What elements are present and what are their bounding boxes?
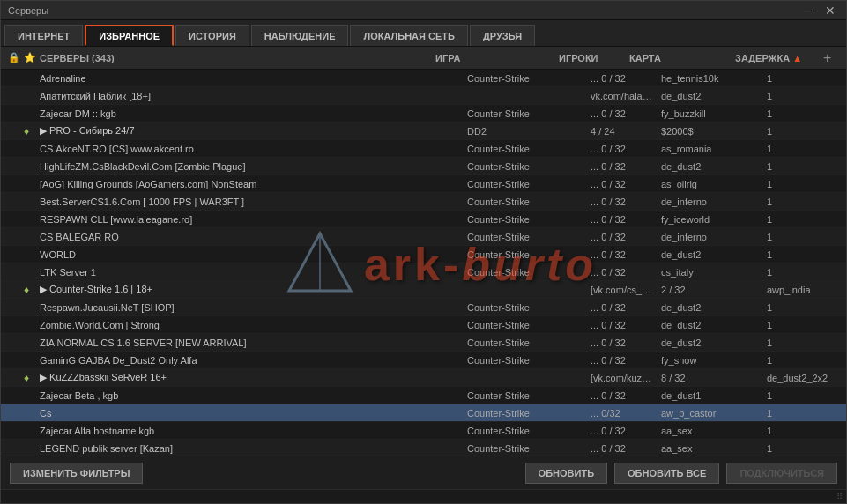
tab-локальная сеть[interactable]: ЛОКАЛЬНАЯ СЕТЬ — [350, 25, 467, 46]
server-name: LEGEND publik server [Kazan] — [36, 443, 464, 454]
table-row[interactable]: GaminG GAJBA De_Dust2 Only AlfaCounter-S… — [1, 352, 846, 369]
server-name: [AoG] Killing Grounds [AoGamers.com] Non… — [36, 179, 464, 189]
ping-cell: 1 — [763, 214, 843, 225]
table-row[interactable]: [AoG] Killing Grounds [AoGamers.com] Non… — [1, 175, 846, 193]
ping-cell: 1 — [763, 161, 843, 172]
game-cell: Counter-Strike — [464, 426, 587, 436]
map-cell: $2000$ — [658, 126, 763, 137]
table-row[interactable]: AdrenalineCounter-Strike... 0 / 32he_ten… — [1, 70, 846, 87]
players-cell: ... 0 / 32 — [587, 426, 658, 436]
add-server-button[interactable]: + — [823, 50, 843, 66]
table-row[interactable]: Zajecar Beta , kgbCounter-Strike... 0 / … — [1, 387, 846, 404]
game-cell: Counter-Strike — [464, 214, 587, 225]
players-cell: ... 0 / 32 — [587, 443, 658, 454]
main-window: Серверы ─ ✕ ИНТЕРНЕТИЗБРАННОЕИСТОРИЯНАБЛ… — [0, 0, 847, 504]
bottom-right-buttons: ОБНОВИТЬ ОБНОВИТЬ ВСЕ ПОДКЛЮЧИТЬСЯ — [525, 463, 837, 484]
game-cell: Counter-Strike — [464, 408, 587, 419]
game-cell: Counter-Strike — [464, 355, 587, 366]
server-name: Zajecar Beta , kgb — [36, 390, 464, 401]
minimize-button[interactable]: ─ — [800, 4, 816, 17]
game-cell: Counter-Strike — [464, 73, 587, 84]
server-name: ▶ Counter-Strike 1.6 | 18+ — [36, 284, 464, 295]
table-row[interactable]: ♦▶ Counter-Strike 1.6 | 18+[vk.com/cs_18… — [1, 281, 846, 299]
th-map: КАРТА — [626, 53, 732, 63]
map-cell: cs_italy — [658, 267, 763, 278]
table-row[interactable]: CS BALEGAR ROCounter-Strike... 0 / 32de_… — [1, 228, 846, 246]
server-name: ▶ PRO - Сибирь 24/7 — [36, 125, 464, 137]
server-name: ZIA NORMAL CS 1.6 SERVER [NEW ARRIVAL] — [36, 337, 464, 348]
map-cell: de_dust2 — [658, 249, 763, 260]
map-cell: de_dust1 — [658, 390, 763, 401]
table-row[interactable]: ♦▶ PRO - Сибирь 24/7DD24 / 24$2000$1 — [1, 122, 846, 140]
players-cell: [vk.com/kuzbas] — [587, 373, 658, 383]
server-name: Zajecar Alfa hostname kgb — [36, 426, 464, 436]
map-cell: as_oilrig — [658, 179, 763, 189]
tab-избранное[interactable]: ИЗБРАННОЕ — [85, 25, 174, 46]
players-cell: vk.com/halaulolq — [587, 91, 658, 101]
server-name: Adrenaline — [36, 73, 464, 84]
map-cell: 8 / 32 — [658, 373, 763, 383]
table-row[interactable]: ZIA NORMAL CS 1.6 SERVER [NEW ARRIVAL]Co… — [1, 334, 846, 352]
table-row[interactable]: CS.AkceNT.RO [CS] www.akcent.roCounter-S… — [1, 140, 846, 158]
boost-icon: ♦ — [20, 125, 36, 137]
game-cell: Counter-Strike — [464, 302, 587, 313]
players-cell: ... 0 / 32 — [587, 337, 658, 348]
th-ping: ЗАДЕРЖКА ▲ — [732, 53, 811, 63]
close-button[interactable]: ✕ — [821, 4, 839, 17]
tab-интернет[interactable]: ИНТЕРНЕТ — [4, 25, 83, 46]
map-cell: fy_iceworld — [658, 214, 763, 225]
table-row[interactable]: Respawn.Jucausii.NeT [SHOP]Counter-Strik… — [1, 299, 846, 316]
refresh-button[interactable]: ОБНОВИТЬ — [525, 463, 607, 484]
table-row[interactable]: Zajecar DM :: kgbCounter-Strike... 0 / 3… — [1, 105, 846, 122]
table-row[interactable]: WORLDCounter-Strike... 0 / 32de_dust21 — [1, 246, 846, 263]
table-row[interactable]: Best.ServerCS1.6.Com [ 1000 FPS | WAR3FT… — [1, 193, 846, 211]
ping-cell: 1 — [763, 196, 843, 207]
server-name: Апатитский Паблик [18+] — [36, 91, 464, 101]
table-row[interactable]: LTK Server 1Counter-Strike... 0 / 32cs_i… — [1, 263, 846, 281]
game-cell: Counter-Strike — [464, 144, 587, 154]
resize-handle[interactable]: ⠿ — [836, 492, 843, 501]
table-row[interactable]: CsCounter-Strike... 0/32aw_b_castor1 — [1, 404, 846, 422]
game-cell: Counter-Strike — [464, 337, 587, 348]
refresh-all-button[interactable]: ОБНОВИТЬ ВСЕ — [614, 463, 719, 484]
table-row[interactable]: RESPAWN CLL [www.laleagane.ro]Counter-St… — [1, 211, 846, 228]
th-game: ИГРА — [432, 53, 555, 63]
sort-arrow-icon: ▲ — [792, 53, 802, 63]
table-row[interactable]: ♦▶ KuZZZbasskii SeRveR 16+[vk.com/kuzbas… — [1, 369, 846, 387]
tabs-bar: ИНТЕРНЕТИЗБРАННОЕИСТОРИЯНАБЛЮДЕНИЕЛОКАЛЬ… — [1, 20, 846, 47]
players-cell: [vk.com/cs_18plus] — [587, 285, 658, 295]
game-cell: Counter-Strike — [464, 267, 587, 278]
connect-button[interactable]: ПОДКЛЮЧИТЬСЯ — [726, 463, 837, 484]
ping-cell: 1 — [763, 126, 843, 137]
ping-cell: 1 — [763, 232, 843, 242]
table-row[interactable]: Zombie.World.Com | StrongCounter-Strike.… — [1, 316, 846, 334]
ping-cell: 1 — [763, 408, 843, 419]
game-cell: Counter-Strike — [464, 443, 587, 454]
ping-cell: 1 — [763, 443, 843, 454]
game-cell: Counter-Strike — [464, 320, 587, 330]
table-row[interactable]: LEGEND publik server [Kazan]Counter-Stri… — [1, 440, 846, 456]
table-row[interactable]: HighLifeZM.CsBlackDevil.Com [Zombie Plag… — [1, 158, 846, 175]
players-cell: ... 0 / 32 — [587, 73, 658, 84]
map-cell: he_tennis10k — [658, 73, 763, 84]
tab-наблюдение[interactable]: НАБЛЮДЕНИЕ — [251, 25, 349, 46]
table-row[interactable]: Апатитский Паблик [18+]vk.com/halaulolqd… — [1, 87, 846, 105]
server-name: WORLD — [36, 249, 464, 260]
ping-cell: 1 — [763, 355, 843, 366]
table-row[interactable]: Zajecar Alfa hostname kgbCounter-Strike.… — [1, 422, 846, 440]
th-players: ИГРОКИ — [555, 53, 626, 63]
players-cell: ... 0 / 32 — [587, 196, 658, 207]
status-bar: ⠿ — [1, 489, 846, 503]
players-cell: ... 0 / 32 — [587, 161, 658, 172]
players-cell: ... 0 / 32 — [587, 390, 658, 401]
ping-cell: 1 — [763, 144, 843, 154]
table-body[interactable]: AdrenalineCounter-Strike... 0 / 32he_ten… — [1, 70, 846, 456]
th-name: СЕРВЕРЫ (343) — [36, 53, 432, 63]
tab-друзья[interactable]: ДРУЗЬЯ — [470, 25, 535, 46]
boost-icon: ♦ — [20, 284, 36, 296]
table-header: 🔒 ⭐ СЕРВЕРЫ (343) ИГРА ИГРОКИ КАРТА ЗАДЕ… — [1, 47, 846, 70]
tab-история[interactable]: ИСТОРИЯ — [175, 25, 249, 46]
filter-button[interactable]: ИЗМЕНИТЬ ФИЛЬТРЫ — [10, 463, 143, 484]
map-cell: fy_buzzkill — [658, 108, 763, 119]
ping-cell: 1 — [763, 320, 843, 330]
